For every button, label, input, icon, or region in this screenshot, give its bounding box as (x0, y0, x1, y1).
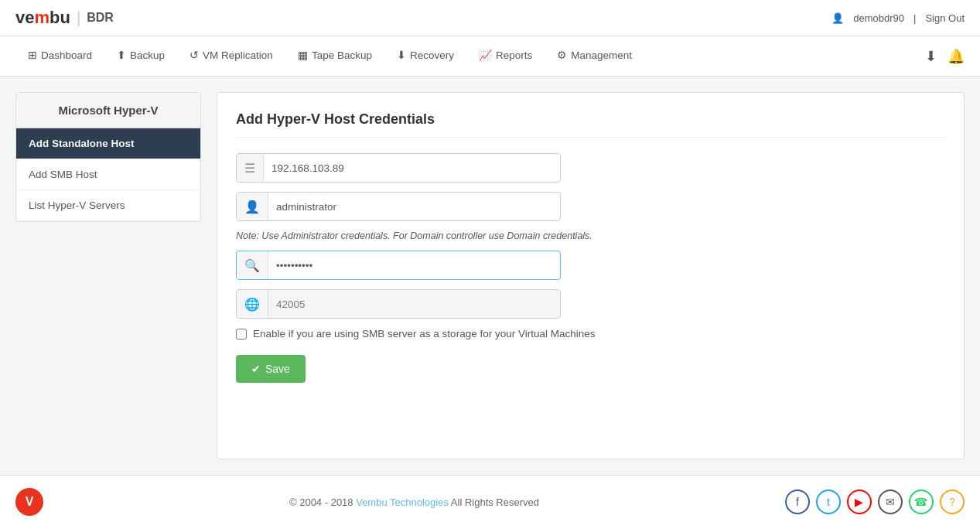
port-icon: 🌐 (237, 290, 268, 318)
reports-icon: 📈 (479, 49, 492, 61)
nav-recovery[interactable]: ⬇ Recovery (384, 36, 466, 76)
ip-input[interactable] (264, 156, 560, 180)
bell-icon[interactable]: 🔔 (948, 48, 965, 65)
email-icon[interactable]: ✉ (878, 490, 903, 514)
help-icon[interactable]: ? (940, 490, 965, 514)
nav-vm-replication[interactable]: ↺ VM Replication (177, 36, 285, 76)
save-button[interactable]: ✔ Save (236, 355, 306, 383)
sidebar-item-list-servers[interactable]: List Hyper-V Servers (16, 190, 200, 221)
nav-reports[interactable]: 📈 Reports (466, 36, 545, 76)
footer-social-icons: f t ▶ ✉ ☎ ? (785, 490, 965, 514)
tape-icon: ▦ (298, 49, 308, 61)
sidebar-item-add-standalone[interactable]: Add Standalone Host (16, 128, 200, 159)
footer-brand-link[interactable]: Vembu Technologies (356, 496, 449, 508)
password-icon: 🔍 (237, 251, 268, 279)
checkmark-icon: ✔ (251, 363, 261, 375)
vm-icon: ↺ (190, 49, 199, 61)
logo-text: vembu (15, 8, 70, 28)
header: vembu | BDR 👤 demobdr90 | Sign Out (0, 0, 980, 36)
navbar-right: ⬇ 🔔 (925, 48, 965, 65)
twitter-icon[interactable]: t (816, 490, 841, 514)
logo: vembu | BDR (15, 8, 114, 28)
ip-input-group: ☰ (236, 153, 561, 183)
facebook-icon[interactable]: f (785, 490, 810, 514)
form-title: Add Hyper-V Host Credentials (236, 111, 945, 138)
download-icon[interactable]: ⬇ (925, 48, 937, 65)
nav-management[interactable]: ⚙ Management (545, 36, 644, 76)
nav-dashboard[interactable]: ⊞ Dashboard (15, 36, 104, 76)
navbar: ⊞ Dashboard ⬆ Backup ↺ VM Replication ▦ … (0, 36, 980, 77)
username: demobdr90 (853, 12, 904, 24)
sidebar-item-add-smb[interactable]: Add SMB Host (16, 159, 200, 190)
phone-icon[interactable]: ☎ (909, 490, 934, 514)
form-area: Add Hyper-V Host Credentials ☰ 👤 Note: U… (217, 92, 965, 459)
smb-checkbox-row: Enable if you are using SMB server as a … (236, 328, 945, 339)
sidebar: Microsoft Hyper-V Add Standalone Host Ad… (15, 92, 201, 222)
logo-bdr: BDR (87, 11, 114, 25)
backup-icon: ⬆ (117, 49, 126, 61)
youtube-icon[interactable]: ▶ (847, 490, 872, 514)
smb-checkbox[interactable] (236, 329, 247, 339)
nav-backup[interactable]: ⬆ Backup (104, 36, 177, 76)
port-input-group: 🌐 (236, 289, 561, 319)
password-input[interactable] (268, 254, 560, 278)
footer-logo: V (15, 488, 43, 516)
username-input[interactable] (268, 195, 560, 219)
username-input-group: 👤 (236, 192, 561, 221)
main-content: Microsoft Hyper-V Add Standalone Host Ad… (0, 77, 980, 475)
footer-copyright: © 2004 - 2018 Vembu Technologies All Rig… (289, 496, 539, 508)
ip-icon: ☰ (237, 154, 264, 182)
nav-tape-backup[interactable]: ▦ Tape Backup (285, 36, 384, 76)
smb-checkbox-label: Enable if you are using SMB server as a … (253, 328, 595, 339)
password-input-group: 🔍 (236, 251, 561, 280)
sidebar-title: Microsoft Hyper-V (16, 93, 200, 128)
dashboard-icon: ⊞ (28, 49, 37, 61)
user-field-icon: 👤 (237, 193, 268, 220)
recovery-icon: ⬇ (397, 49, 406, 61)
management-icon: ⚙ (557, 49, 567, 61)
signout-link[interactable]: Sign Out (925, 12, 965, 24)
header-right: 👤 demobdr90 | Sign Out (831, 12, 965, 24)
user-icon: 👤 (831, 12, 844, 24)
port-input[interactable] (268, 292, 560, 316)
footer: V © 2004 - 2018 Vembu Technologies All R… (0, 475, 980, 522)
note-text: Note: Use Administrator credentials. For… (236, 230, 623, 241)
